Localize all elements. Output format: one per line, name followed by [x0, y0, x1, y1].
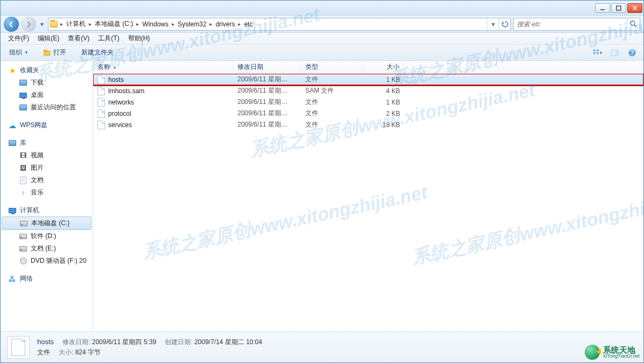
- libraries-icon: [8, 139, 17, 148]
- organize-button[interactable]: 组织▼: [5, 46, 33, 59]
- table-row[interactable]: hosts2009/6/11 星期…文件1 KB: [93, 74, 643, 85]
- download-icon: [19, 79, 27, 87]
- open-icon: [44, 50, 51, 56]
- crumb-computer[interactable]: 计算机: [64, 18, 88, 30]
- details-type: 文件: [37, 348, 50, 357]
- sidebar-item-downloads[interactable]: 下载: [1, 76, 93, 89]
- chevron-down-icon: ▼: [24, 50, 29, 55]
- desktop-icon: [19, 91, 27, 100]
- chevron-right-icon[interactable]: ▸: [171, 21, 176, 27]
- refresh-button[interactable]: [499, 18, 510, 30]
- sidebar-item-desktop[interactable]: 桌面: [1, 89, 93, 101]
- svg-rect-1: [617, 6, 621, 10]
- crumb-etc[interactable]: etc: [242, 18, 255, 30]
- chevron-right-icon[interactable]: ▸: [208, 21, 213, 27]
- svg-rect-6: [44, 51, 50, 55]
- forward-button[interactable]: [21, 17, 36, 32]
- menu-bar: 文件(F) 编辑(E) 查看(V) 工具(T) 帮助(H): [1, 33, 643, 45]
- svg-rect-13: [615, 50, 619, 56]
- preview-pane-button[interactable]: [608, 47, 622, 59]
- address-bar[interactable]: ▸ 计算机▸ 本地磁盘 (C:)▸ Windows▸ System32▸ dri…: [48, 18, 511, 31]
- col-date[interactable]: 修改日期: [233, 61, 301, 73]
- history-dropdown-icon[interactable]: ▾: [38, 20, 46, 28]
- view-options-button[interactable]: [591, 47, 605, 59]
- table-row[interactable]: protocol2009/6/11 星期…文件2 KB: [93, 108, 643, 119]
- nav-bar: ▾ ▸ 计算机▸ 本地磁盘 (C:)▸ Windows▸ System32▸ d…: [1, 16, 643, 33]
- close-button[interactable]: [627, 3, 642, 13]
- crumb-drivers[interactable]: drivers: [213, 18, 237, 30]
- col-type[interactable]: 类型: [301, 61, 363, 73]
- video-icon: 🎞: [19, 151, 27, 160]
- cloud-icon: ☁: [8, 121, 17, 130]
- table-row[interactable]: lmhosts.sam2009/6/11 星期…SAM 文件4 KB: [93, 85, 643, 96]
- network-icon: 🖧: [8, 275, 17, 283]
- folder-icon: [48, 21, 59, 27]
- sidebar-libraries-head[interactable]: 库: [1, 137, 93, 149]
- col-name[interactable]: 名称▲: [93, 61, 233, 73]
- sidebar-item-documents[interactable]: 文档: [1, 174, 93, 186]
- cell-name: hosts: [93, 75, 233, 84]
- body: ★收藏夹 下载 桌面 最近访问的位置 ☁WPS网盘 库 🎞视频 🖼图片 文档 ♪…: [1, 61, 643, 331]
- documents-icon: [19, 176, 27, 185]
- cell-name: networks: [93, 98, 233, 107]
- chevron-right-icon[interactable]: ▸: [88, 21, 93, 27]
- music-icon: ♪: [19, 189, 27, 197]
- crumb-system32[interactable]: System32: [176, 18, 208, 30]
- help-button[interactable]: ?: [625, 47, 639, 59]
- address-dropdown-icon[interactable]: ▾: [487, 18, 499, 30]
- star-icon: ★: [8, 66, 17, 75]
- computer-icon: [8, 206, 17, 215]
- cd-icon: [19, 257, 27, 266]
- menu-tools[interactable]: 工具(T): [94, 33, 123, 44]
- sidebar-item-c-drive[interactable]: 本地磁盘 (C:): [2, 217, 92, 230]
- menu-edit[interactable]: 编辑(E): [33, 33, 64, 44]
- svg-line-5: [634, 25, 636, 27]
- file-icon: [97, 87, 105, 95]
- svg-rect-11: [597, 52, 599, 54]
- pictures-icon: 🖼: [19, 164, 27, 172]
- svg-rect-7: [44, 50, 47, 51]
- cell-size: 1 KB: [363, 76, 404, 83]
- sidebar-network-head[interactable]: 🖧网络: [1, 273, 93, 285]
- menu-view[interactable]: 查看(V): [64, 33, 94, 44]
- crumb-c[interactable]: 本地磁盘 (C:): [93, 18, 135, 30]
- menu-help[interactable]: 帮助(H): [124, 33, 155, 44]
- file-icon: [97, 75, 105, 84]
- col-size[interactable]: 大小: [363, 61, 404, 73]
- menu-file[interactable]: 文件(F): [4, 33, 33, 44]
- sidebar-item-recent[interactable]: 最近访问的位置: [1, 101, 93, 114]
- minimize-button[interactable]: [595, 3, 610, 13]
- table-row[interactable]: networks2009/6/11 星期…文件1 KB: [93, 96, 643, 108]
- sidebar-item-videos[interactable]: 🎞视频: [1, 149, 93, 162]
- chevron-right-icon[interactable]: ▸: [59, 21, 64, 27]
- explorer-window: ▾ ▸ 计算机▸ 本地磁盘 (C:)▸ Windows▸ System32▸ d…: [0, 0, 644, 363]
- file-icon: [97, 121, 105, 129]
- new-folder-button[interactable]: 新建文件夹: [77, 46, 118, 59]
- sidebar-favorites-head[interactable]: ★收藏夹: [1, 64, 93, 76]
- sidebar-item-pictures[interactable]: 🖼图片: [1, 162, 93, 174]
- sidebar-wps-head[interactable]: ☁WPS网盘: [1, 119, 93, 131]
- back-button[interactable]: [4, 17, 19, 32]
- sidebar-item-d-drive[interactable]: 软件 (D:): [1, 230, 93, 242]
- recent-icon: [19, 103, 27, 112]
- search-input[interactable]: [514, 20, 627, 28]
- cell-type: SAM 文件: [301, 86, 363, 95]
- sidebar-item-music[interactable]: ♪音乐: [1, 186, 93, 199]
- sidebar-item-e-drive[interactable]: 文档 (E:): [1, 242, 93, 255]
- sidebar-computer-head[interactable]: 计算机: [1, 204, 93, 217]
- chevron-right-icon[interactable]: ▸: [237, 21, 242, 27]
- cell-date: 2009/6/11 星期…: [233, 97, 301, 107]
- file-icon: [97, 98, 105, 107]
- chevron-right-icon[interactable]: ▸: [135, 21, 140, 27]
- disk-icon: [19, 219, 28, 228]
- svg-rect-8: [593, 50, 596, 51]
- maximize-button[interactable]: [611, 3, 626, 13]
- open-button[interactable]: 打开: [39, 46, 71, 59]
- table-row[interactable]: services2009/6/11 星期…文件18 KB: [93, 119, 643, 130]
- search-icon[interactable]: [627, 18, 640, 30]
- search-box[interactable]: [513, 18, 640, 31]
- sidebar-item-dvd[interactable]: DVD 驱动器 (F:) 20: [1, 255, 93, 267]
- cell-size: 1 KB: [363, 99, 404, 106]
- crumb-windows[interactable]: Windows: [140, 18, 171, 30]
- sidebar: ★收藏夹 下载 桌面 最近访问的位置 ☁WPS网盘 库 🎞视频 🖼图片 文档 ♪…: [1, 61, 93, 331]
